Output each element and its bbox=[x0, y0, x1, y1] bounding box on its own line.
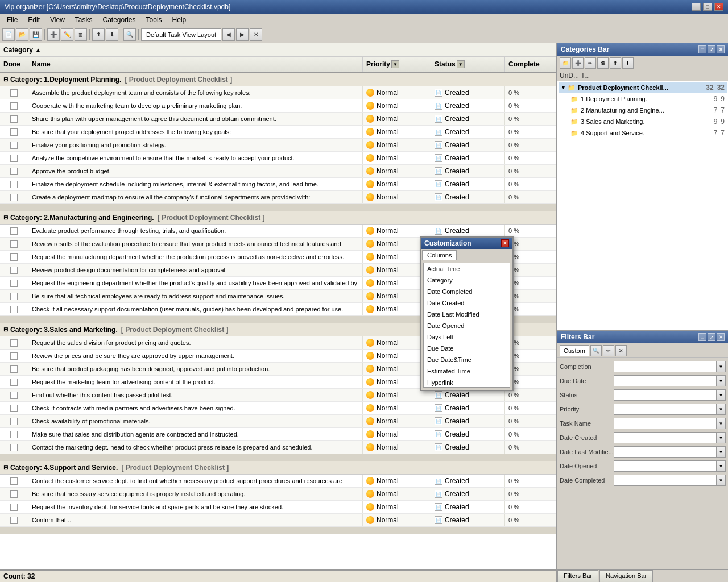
popup-list-item[interactable]: Due Date&Time bbox=[424, 354, 510, 365]
filter-header-btn2[interactable]: ↗ bbox=[708, 333, 715, 341]
category-row[interactable]: ⊟ Category: 1.Deployment Planning. [ Pro… bbox=[0, 73, 556, 86]
filter-select[interactable] bbox=[614, 446, 717, 458]
filter-dropdown-btn[interactable]: ▼ bbox=[717, 375, 726, 386]
task-checkbox[interactable] bbox=[10, 504, 18, 511]
task-checkbox[interactable] bbox=[10, 490, 18, 498]
task-checkbox[interactable] bbox=[10, 102, 18, 110]
filter-dropdown-btn[interactable]: ▼ bbox=[717, 418, 726, 429]
cat-tree-item[interactable]: 📁1.Deployment Planning.99 bbox=[559, 93, 727, 105]
close-button[interactable]: ✕ bbox=[714, 3, 723, 11]
popup-list-item[interactable]: Days Left bbox=[424, 331, 510, 343]
task-row[interactable]: Assemble the product deployment team and… bbox=[0, 86, 556, 99]
task-checkbox[interactable] bbox=[10, 444, 18, 451]
toolbar-delete[interactable]: 🗑 bbox=[75, 28, 87, 41]
filter-dropdown-btn[interactable]: ▼ bbox=[717, 389, 726, 401]
task-checkbox[interactable] bbox=[10, 168, 18, 175]
toolbar-new[interactable]: 📄 bbox=[2, 28, 15, 41]
popup-list-item[interactable]: Hyperlink bbox=[424, 377, 510, 388]
th-priority[interactable]: Priority ▼ bbox=[363, 57, 431, 72]
task-row[interactable]: Contact the marketing dept. head to chec… bbox=[0, 441, 556, 454]
menu-edit[interactable]: Edit bbox=[23, 15, 44, 25]
filter-btn-edit[interactable]: ✏ bbox=[603, 345, 614, 356]
th-name[interactable]: Name bbox=[28, 57, 363, 72]
task-checkbox[interactable] bbox=[10, 128, 18, 136]
popup-list-item[interactable]: Date Completed bbox=[424, 286, 510, 297]
cat-tree[interactable]: ▼📁Product Deployment Checkli...3232📁1.De… bbox=[557, 81, 728, 330]
toolbar-add[interactable]: ➕ bbox=[47, 28, 60, 41]
th-complete[interactable]: Complete bbox=[505, 57, 556, 72]
task-checkbox[interactable] bbox=[10, 293, 18, 300]
menu-view[interactable]: View bbox=[46, 15, 69, 25]
task-row[interactable]: Share this plan with upper management to… bbox=[0, 113, 556, 126]
cat-btn-down[interactable]: ⬇ bbox=[622, 57, 634, 69]
filter-btn-clear[interactable]: ✕ bbox=[615, 345, 627, 356]
filter-select[interactable] bbox=[614, 432, 717, 443]
category-expand-icon[interactable]: ⊟ bbox=[3, 214, 8, 221]
status-filter-btn[interactable]: ▼ bbox=[457, 60, 465, 68]
task-checkbox[interactable] bbox=[10, 365, 18, 373]
task-checkbox[interactable] bbox=[10, 352, 18, 360]
cat-header-btn2[interactable]: ↗ bbox=[708, 45, 715, 53]
cat-tree-item[interactable]: 📁2.Manufacturing and Engine...77 bbox=[559, 105, 727, 116]
popup-tab-columns[interactable]: Columns bbox=[422, 250, 457, 260]
task-checkbox[interactable] bbox=[10, 181, 18, 188]
tab-navigation-bar[interactable]: Navigation Bar bbox=[599, 570, 653, 582]
task-checkbox[interactable] bbox=[10, 392, 18, 399]
cat-btn-delete[interactable]: 🗑 bbox=[597, 57, 609, 69]
popup-list-item[interactable]: Due Date bbox=[424, 343, 510, 354]
menu-tasks[interactable]: Tasks bbox=[71, 15, 97, 25]
task-row[interactable]: Evaluate product performance through tes… bbox=[0, 225, 556, 238]
task-row[interactable]: Create a deployment roadmap to ensure al… bbox=[0, 191, 556, 204]
filter-dropdown-btn[interactable]: ▼ bbox=[717, 446, 726, 458]
category-row[interactable]: ⊟ Category: 4.Support and Service. [ Pro… bbox=[0, 461, 556, 475]
filter-select[interactable] bbox=[614, 389, 717, 401]
task-checkbox[interactable] bbox=[10, 253, 18, 261]
task-row[interactable]: Request the inventory dept. for service … bbox=[0, 501, 556, 514]
task-row[interactable]: Finalize your positioning and promotion … bbox=[0, 139, 556, 152]
task-checkbox[interactable] bbox=[10, 306, 18, 313]
task-checkbox[interactable] bbox=[10, 280, 18, 287]
task-checkbox[interactable] bbox=[10, 405, 18, 412]
filter-header-btn3[interactable]: ✕ bbox=[717, 333, 725, 341]
cat-btn-add[interactable]: ➕ bbox=[572, 57, 584, 69]
tree-expand-icon[interactable]: ▼ bbox=[561, 85, 566, 90]
task-row[interactable]: Approve the product budget. Normal 📄 Cre… bbox=[0, 165, 556, 178]
task-checkbox[interactable] bbox=[10, 431, 18, 438]
task-row[interactable]: Analyze the competitive environment to e… bbox=[0, 152, 556, 165]
priority-filter-btn[interactable]: ▼ bbox=[391, 60, 399, 68]
filter-btn-search[interactable]: 🔍 bbox=[590, 345, 602, 356]
task-checkbox[interactable] bbox=[10, 155, 18, 162]
task-checkbox[interactable] bbox=[10, 517, 18, 524]
cat-header-btn3[interactable]: ✕ bbox=[717, 45, 725, 53]
popup-list-item[interactable]: Estimated Time bbox=[424, 365, 510, 377]
toolbar-layout-label[interactable]: Default Task View Layout bbox=[141, 28, 221, 41]
th-done[interactable]: Done bbox=[0, 57, 28, 72]
filter-dropdown-btn[interactable]: ▼ bbox=[717, 432, 726, 443]
category-row[interactable]: ⊟ Category: 2.Manufacturing and Engineer… bbox=[0, 211, 556, 225]
toolbar-filter[interactable]: 🔍 bbox=[123, 28, 136, 41]
task-checkbox[interactable] bbox=[10, 240, 18, 248]
popup-columns-list[interactable]: Actual TimeCategoryDate CompletedDate Cr… bbox=[423, 263, 510, 388]
menu-help[interactable]: Help bbox=[168, 15, 191, 25]
cat-btn-up[interactable]: ⬆ bbox=[610, 57, 621, 69]
filter-select[interactable] bbox=[614, 418, 717, 429]
task-checkbox[interactable] bbox=[10, 379, 18, 386]
category-expand-icon[interactable]: ⊟ bbox=[3, 76, 8, 82]
popup-list-item[interactable]: Date Created bbox=[424, 297, 510, 309]
toolbar-layout-next[interactable]: ▶ bbox=[236, 28, 249, 41]
task-checkbox[interactable] bbox=[10, 227, 18, 235]
filter-dropdown-btn[interactable]: ▼ bbox=[717, 475, 726, 486]
task-checkbox[interactable] bbox=[10, 89, 18, 97]
task-row[interactable]: Make sure that sales and distribution ag… bbox=[0, 428, 556, 441]
toolbar-down[interactable]: ⬇ bbox=[106, 28, 118, 41]
task-row[interactable]: Finalize the deployment schedule includi… bbox=[0, 178, 556, 191]
toolbar-layout-close[interactable]: ✕ bbox=[250, 28, 262, 41]
popup-list-item[interactable]: Actual Time bbox=[424, 263, 510, 275]
task-checkbox[interactable] bbox=[10, 267, 18, 274]
toolbar-layout-prev[interactable]: ◀ bbox=[222, 28, 235, 41]
task-row[interactable]: Check availability of promotional materi… bbox=[0, 415, 556, 428]
filter-dropdown-btn[interactable]: ▼ bbox=[717, 404, 726, 415]
toolbar-edit[interactable]: ✏️ bbox=[61, 28, 73, 41]
task-row[interactable]: Check if contracts with media partners a… bbox=[0, 402, 556, 415]
filter-select[interactable] bbox=[614, 475, 717, 486]
